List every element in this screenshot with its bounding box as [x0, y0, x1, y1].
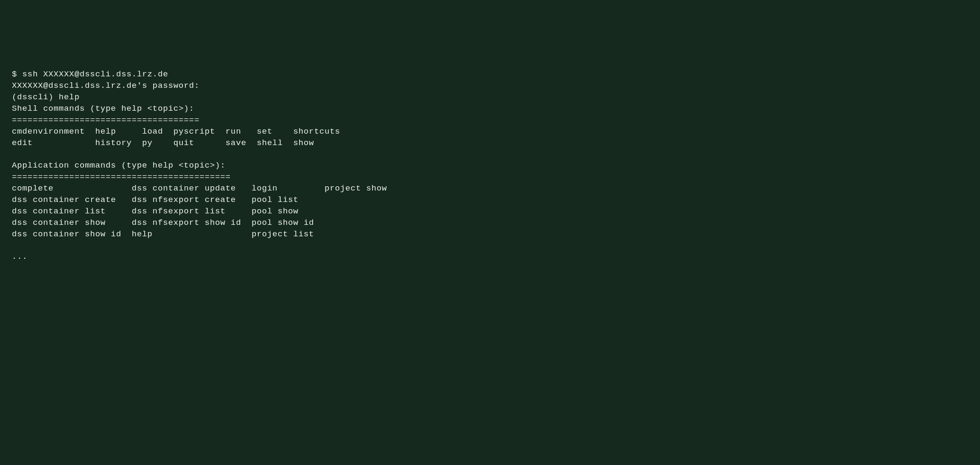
terminal-line: Shell commands (type help <topic>): [12, 104, 194, 113]
terminal-line: $ ssh XXXXXX@dsscli.dss.lrz.de [12, 70, 168, 79]
terminal-line: edit history py quit save shell show [12, 138, 314, 148]
terminal-line: ==================================== [12, 115, 199, 125]
terminal-line: complete dss container update login proj… [12, 184, 387, 193]
terminal-line: dss container list dss nfsexport list po… [12, 207, 299, 216]
terminal-line: XXXXXX@dsscli.dss.lrz.de's password: [12, 81, 199, 90]
terminal-output: $ ssh XXXXXX@dsscli.dss.lrz.de XXXXXX@ds… [12, 58, 641, 263]
terminal-line: ========================================… [12, 172, 231, 182]
terminal-line: dss container create dss nfsexport creat… [12, 195, 299, 204]
terminal-line: Application commands (type help <topic>)… [12, 161, 226, 170]
terminal-line: (dsscli) help [12, 92, 80, 102]
terminal-line: cmdenvironment help load pyscript run se… [12, 127, 340, 136]
terminal-line: dss container show dss nfsexport show id… [12, 218, 314, 227]
terminal-line: dss container show id help project list [12, 230, 314, 239]
terminal-line: ... [12, 252, 28, 261]
